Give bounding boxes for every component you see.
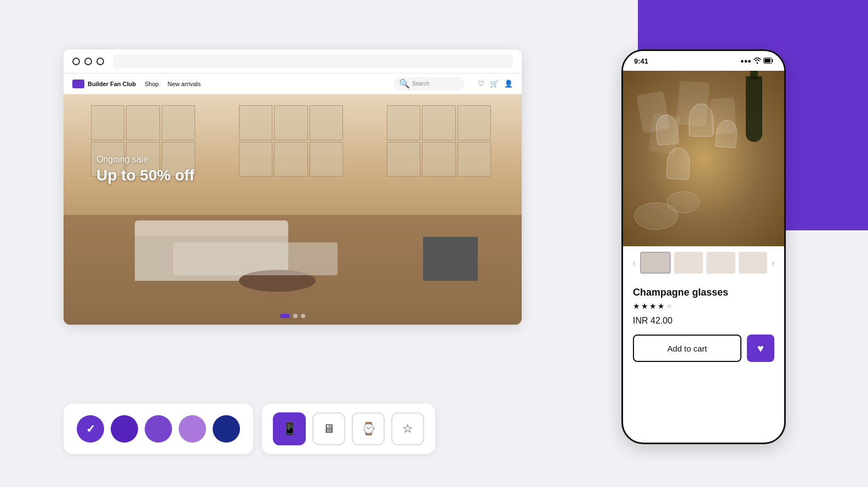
color-swatch-4[interactable] xyxy=(179,415,206,443)
status-icons: ●●● xyxy=(740,57,773,65)
thumbnail-2[interactable] xyxy=(674,252,703,274)
glass-stem-4 xyxy=(648,113,680,155)
glass-reflection-2 xyxy=(667,191,700,213)
mobile-device-frame: 9:41 ●●● xyxy=(621,49,786,444)
glass-stem-2 xyxy=(676,81,710,127)
nav-new-arrivals[interactable]: New arrivals xyxy=(168,81,201,87)
armchair xyxy=(423,237,478,281)
device-btn-favorite[interactable]: ☆ xyxy=(391,412,424,445)
store-name: Builder Fan Club xyxy=(88,81,136,87)
status-time: 9:41 xyxy=(634,57,648,65)
browser-dot-yellow xyxy=(84,58,92,65)
star-1: ★ xyxy=(633,302,640,310)
window-center xyxy=(239,105,343,177)
carousel-dot-2[interactable] xyxy=(293,314,298,318)
product-details: Champagne glasses ★ ★ ★ ★ ★ INR 42.00 Ad… xyxy=(623,279,784,370)
hero-sale-label: Ongoing sale xyxy=(96,155,195,165)
rug xyxy=(173,242,338,275)
nav-action-icons: ♡ 🛒 👤 xyxy=(478,80,513,88)
device-btn-mobile[interactable]: 📱 xyxy=(273,412,306,445)
carousel-dot-3[interactable] xyxy=(301,314,305,318)
search-bar[interactable]: 🔍 Search xyxy=(393,77,465,90)
color-swatch-1[interactable]: ✓ xyxy=(77,415,104,443)
thumbnail-1[interactable] xyxy=(640,252,671,274)
hero-text: Ongoing sale Up to 50% off xyxy=(96,155,195,184)
thumbnail-4[interactable] xyxy=(739,252,768,274)
product-name: Champagne glasses xyxy=(633,287,774,298)
search-placeholder: Search xyxy=(412,81,430,87)
thumb-next-btn[interactable]: › xyxy=(770,258,775,267)
browser-chrome xyxy=(64,49,522,73)
hero-banner: Ongoing sale Up to 50% off xyxy=(64,94,522,325)
browser-dot-green xyxy=(96,58,104,65)
device-btn-watch[interactable]: ⌚ xyxy=(352,412,385,445)
carousel-dot-1[interactable] xyxy=(280,314,290,318)
product-price: INR 42.00 xyxy=(633,316,774,326)
signal-icon: ●●● xyxy=(740,58,751,64)
browser-address-bar[interactable] xyxy=(113,54,513,69)
svg-rect-1 xyxy=(764,59,770,63)
battery-icon xyxy=(763,58,773,65)
star-4: ★ xyxy=(658,302,665,310)
color-swatch-5[interactable] xyxy=(213,415,240,443)
bottom-controls: ✓ 📱 🖥 ⌚ ☆ xyxy=(64,404,435,454)
account-icon[interactable]: 👤 xyxy=(504,80,513,88)
cart-icon[interactable]: 🛒 xyxy=(490,80,499,88)
heart-icon: ♥ xyxy=(757,342,764,355)
window-right xyxy=(387,105,491,177)
product-thumbnails: ‹ › xyxy=(623,246,784,279)
wifi-icon xyxy=(753,57,761,65)
champagne-bottle xyxy=(746,76,762,142)
carousel-dots xyxy=(280,314,305,318)
nav-shop[interactable]: Shop xyxy=(145,81,159,87)
browser-dot-red xyxy=(72,58,80,65)
product-image xyxy=(623,71,784,246)
product-rating: ★ ★ ★ ★ ★ xyxy=(633,302,774,310)
wishlist-icon[interactable]: ♡ xyxy=(478,80,484,88)
color-swatch-3[interactable] xyxy=(145,415,172,443)
store-logo[interactable]: Builder Fan Club xyxy=(72,80,136,88)
hero-sale-amount: Up to 50% off xyxy=(96,167,195,184)
add-to-cart-button[interactable]: Add to cart xyxy=(633,335,741,362)
thumb-prev-btn[interactable]: ‹ xyxy=(632,258,637,267)
color-palette-panel: ✓ xyxy=(64,404,253,454)
wishlist-heart-button[interactable]: ♥ xyxy=(747,335,774,362)
logo-box xyxy=(72,80,84,88)
glass-stem-3 xyxy=(710,98,736,134)
star-2: ★ xyxy=(641,302,648,310)
star-5: ★ xyxy=(666,302,673,310)
browser-panel: Builder Fan Club Shop New arrivals 🔍 Sea… xyxy=(64,49,522,325)
mobile-status-bar: 9:41 ●●● xyxy=(623,51,784,71)
star-3: ★ xyxy=(649,302,656,310)
thumbnail-3[interactable] xyxy=(706,252,735,274)
device-btn-desktop[interactable]: 🖥 xyxy=(312,412,345,445)
product-action-buttons: Add to cart ♥ xyxy=(633,335,774,362)
search-icon: 🔍 xyxy=(399,78,410,89)
device-preview-panel: 📱 🖥 ⌚ ☆ xyxy=(262,404,435,454)
color-swatch-2[interactable] xyxy=(111,415,138,443)
store-navbar: Builder Fan Club Shop New arrivals 🔍 Sea… xyxy=(64,73,522,94)
